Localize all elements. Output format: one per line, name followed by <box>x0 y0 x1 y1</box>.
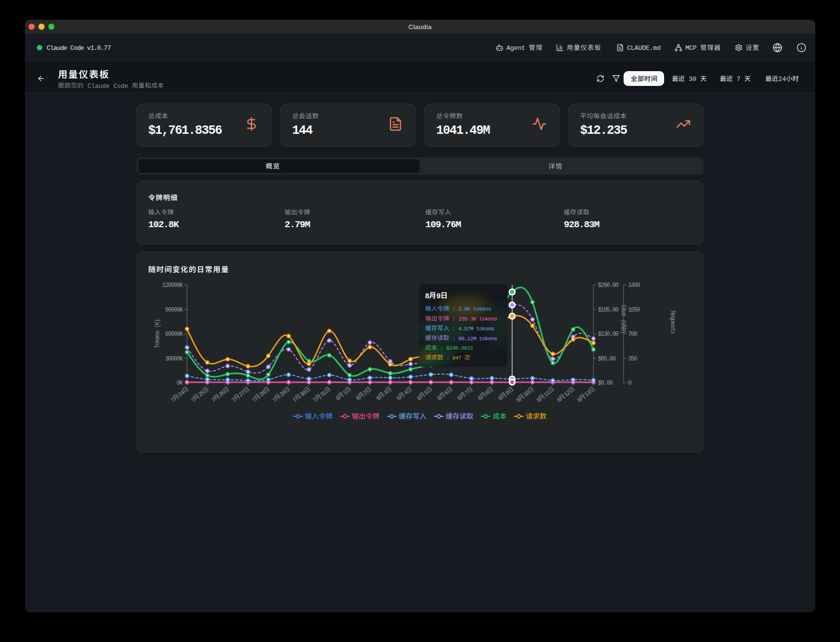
svg-text:$195.00: $195.00 <box>598 307 619 314</box>
svg-text:$65.00: $65.00 <box>598 356 616 362</box>
svg-text:Cost (USD): Cost (USD) <box>620 305 627 333</box>
svg-text:9: 9 <box>436 292 441 301</box>
svg-text:: 947: : 947 <box>443 355 464 361</box>
svg-text:MCP: MCP <box>685 44 700 52</box>
svg-text:30: 30 <box>685 76 700 83</box>
svg-text:$1,761.8356: $1,761.8356 <box>148 123 222 138</box>
svg-text:30000K: 30000K <box>165 356 183 362</box>
svg-text:2.79M: 2.79M <box>285 219 310 230</box>
svg-text:1400: 1400 <box>628 282 640 289</box>
svg-text:: 95.12M tokens: : 95.12M tokens <box>449 336 497 342</box>
svg-text:109.76M: 109.76M <box>425 219 461 230</box>
svg-text:120000K: 120000K <box>162 282 183 289</box>
svg-text:: 4.57M tokens: : 4.57M tokens <box>449 326 494 332</box>
svg-text:8: 8 <box>425 292 429 301</box>
svg-text:928.83M: 928.83M <box>564 219 599 230</box>
svg-text:102.8K: 102.8K <box>148 219 179 230</box>
svg-text:60000K: 60000K <box>165 331 183 338</box>
svg-text:: 155.3K tokens: : 155.3K tokens <box>449 316 497 322</box>
svg-text:Claudia: Claudia <box>409 23 432 31</box>
svg-text:$12.235: $12.235 <box>580 123 627 138</box>
svg-text:Claude Code: Claude Code <box>84 83 132 90</box>
svg-text:Claude Code v1.0.77: Claude Code v1.0.77 <box>47 44 111 52</box>
svg-text:350: 350 <box>628 356 637 362</box>
svg-text:Tokens (K): Tokens (K) <box>154 320 161 348</box>
svg-text:1050: 1050 <box>628 307 640 314</box>
svg-text:$130.00: $130.00 <box>598 331 619 338</box>
svg-text:$0.00: $0.00 <box>598 380 613 387</box>
svg-text:: 2.8K tokens: : 2.8K tokens <box>449 306 491 312</box>
svg-text:Agent: Agent <box>506 44 529 52</box>
svg-text:$260.00: $260.00 <box>598 282 619 289</box>
svg-text:144: 144 <box>292 123 313 138</box>
svg-text:90000K: 90000K <box>165 307 183 314</box>
svg-text:7: 7 <box>733 76 744 83</box>
svg-text:Requests: Requests <box>669 311 676 334</box>
svg-text:700: 700 <box>628 331 637 338</box>
svg-text:24: 24 <box>778 76 786 83</box>
svg-text:: $240.0021: : $240.0021 <box>437 345 474 351</box>
svg-text:CLAUDE.md: CLAUDE.md <box>627 44 661 52</box>
svg-text:1041.49M: 1041.49M <box>436 123 490 138</box>
